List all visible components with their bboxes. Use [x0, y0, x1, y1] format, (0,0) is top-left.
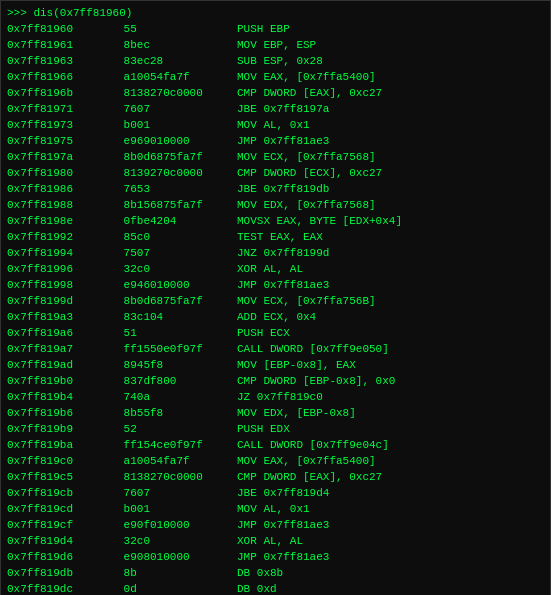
bytes: 8139270c0000	[117, 165, 237, 181]
mnemonic: CALL DWORD [0x7ff9e04c]	[237, 437, 389, 453]
address: 0x7ff819a7	[7, 341, 117, 357]
asm-line: 0x7ff819b6 8b55f8 MOV EDX, [EBP-0x8]	[7, 405, 544, 421]
mnemonic: CMP DWORD [EAX], 0xc27	[237, 469, 382, 485]
mnemonic: DB 0xd	[237, 581, 277, 595]
mnemonic: PUSH EBP	[237, 21, 290, 37]
address: 0x7ff8199d	[7, 293, 117, 309]
asm-line: 0x7ff81996 32c0 XOR AL, AL	[7, 261, 544, 277]
address: 0x7ff819c5	[7, 469, 117, 485]
address: 0x7ff819b4	[7, 389, 117, 405]
address: 0x7ff819dc	[7, 581, 117, 595]
address: 0x7ff819a6	[7, 325, 117, 341]
mnemonic: MOV EBP, ESP	[237, 37, 316, 53]
address: 0x7ff819d6	[7, 549, 117, 565]
asm-line: 0x7ff819cb 7607 JBE 0x7ff819d4	[7, 485, 544, 501]
asm-line: 0x7ff819a6 51 PUSH ECX	[7, 325, 544, 341]
asm-line: 0x7ff819cd b001 MOV AL, 0x1	[7, 501, 544, 517]
asm-line: 0x7ff8197a 8b0d6875fa7f MOV ECX, [0x7ffa…	[7, 149, 544, 165]
bytes: b001	[117, 117, 237, 133]
mnemonic: JBE 0x7ff819d4	[237, 485, 329, 501]
asm-line: 0x7ff819b9 52 PUSH EDX	[7, 421, 544, 437]
bytes: 51	[117, 325, 237, 341]
asm-line: 0x7ff819c0 a10054fa7f MOV EAX, [0x7ffa54…	[7, 453, 544, 469]
mnemonic: PUSH ECX	[237, 325, 290, 341]
bytes: 0d	[117, 581, 237, 595]
mnemonic: CMP DWORD [ECX], 0xc27	[237, 165, 382, 181]
asm-line: 0x7ff819a7 ff1550e0f97f CALL DWORD [0x7f…	[7, 341, 544, 357]
address: 0x7ff81998	[7, 277, 117, 293]
mnemonic: JMP 0x7ff81ae3	[237, 133, 329, 149]
mnemonic: CMP DWORD [EAX], 0xc27	[237, 85, 382, 101]
asm-line: 0x7ff819dc 0d DB 0xd	[7, 581, 544, 595]
address: 0x7ff81973	[7, 117, 117, 133]
bytes: 837df800	[117, 373, 237, 389]
mnemonic: MOV EAX, [0x7ffa5400]	[237, 453, 376, 469]
address: 0x7ff819d4	[7, 533, 117, 549]
address: 0x7ff8198e	[7, 213, 117, 229]
asm-line: 0x7ff8196b 8138270c0000 CMP DWORD [EAX],…	[7, 85, 544, 101]
mnemonic: MOV ECX, [0x7ffa756B]	[237, 293, 376, 309]
address: 0x7ff81980	[7, 165, 117, 181]
mnemonic: MOV AL, 0x1	[237, 117, 310, 133]
asm-line: 0x7ff81961 8bec MOV EBP, ESP	[7, 37, 544, 53]
asm-line: 0x7ff81971 7607 JBE 0x7ff8197a	[7, 101, 544, 117]
address: 0x7ff819cf	[7, 517, 117, 533]
mnemonic: JZ 0x7ff819c0	[237, 389, 323, 405]
mnemonic: CALL DWORD [0x7ff9e050]	[237, 341, 389, 357]
asm-line: 0x7ff81998 e946010000 JMP 0x7ff81ae3	[7, 277, 544, 293]
asm-line: 0x7ff8198e 0fbe4204 MOVSX EAX, BYTE [EDX…	[7, 213, 544, 229]
command-line: >>> dis(0x7ff81960)	[7, 5, 544, 21]
mnemonic: MOV AL, 0x1	[237, 501, 310, 517]
address: 0x7ff819b9	[7, 421, 117, 437]
address: 0x7ff819ad	[7, 357, 117, 373]
bytes: a10054fa7f	[117, 453, 237, 469]
address: 0x7ff81966	[7, 69, 117, 85]
mnemonic: JMP 0x7ff81ae3	[237, 517, 329, 533]
bytes: ff154ce0f97f	[117, 437, 237, 453]
address: 0x7ff81996	[7, 261, 117, 277]
address: 0x7ff8197a	[7, 149, 117, 165]
address: 0x7ff81988	[7, 197, 117, 213]
bytes: e969010000	[117, 133, 237, 149]
asm-line: 0x7ff819ad 8945f8 MOV [EBP-0x8], EAX	[7, 357, 544, 373]
asm-line: 0x7ff819d6 e908010000 JMP 0x7ff81ae3	[7, 549, 544, 565]
mnemonic: MOV EDX, [EBP-0x8]	[237, 405, 356, 421]
asm-line: 0x7ff81966 a10054fa7f MOV EAX, [0x7ffa54…	[7, 69, 544, 85]
disassembly-output: 0x7ff81960 55 PUSH EBP0x7ff81961 8bec MO…	[7, 21, 544, 595]
address: 0x7ff81975	[7, 133, 117, 149]
asm-line: 0x7ff81992 85c0 TEST EAX, EAX	[7, 229, 544, 245]
asm-line: 0x7ff819c5 8138270c0000 CMP DWORD [EAX],…	[7, 469, 544, 485]
mnemonic: XOR AL, AL	[237, 261, 303, 277]
bytes: 8b0d6875fa7f	[117, 149, 237, 165]
address: 0x7ff8196b	[7, 85, 117, 101]
bytes: 32c0	[117, 533, 237, 549]
asm-line: 0x7ff81963 83ec28 SUB ESP, 0x28	[7, 53, 544, 69]
bytes: 8b55f8	[117, 405, 237, 421]
asm-line: 0x7ff819d4 32c0 XOR AL, AL	[7, 533, 544, 549]
bytes: 740a	[117, 389, 237, 405]
asm-line: 0x7ff819b0 837df800 CMP DWORD [EBP-0x8],…	[7, 373, 544, 389]
bytes: 0fbe4204	[117, 213, 237, 229]
address: 0x7ff819b6	[7, 405, 117, 421]
asm-line: 0x7ff819b4 740a JZ 0x7ff819c0	[7, 389, 544, 405]
prompt: >>> dis(0x7ff81960)	[7, 5, 132, 21]
bytes: 52	[117, 421, 237, 437]
address: 0x7ff819ba	[7, 437, 117, 453]
address: 0x7ff81960	[7, 21, 117, 37]
bytes: a10054fa7f	[117, 69, 237, 85]
address: 0x7ff81961	[7, 37, 117, 53]
bytes: ff1550e0f97f	[117, 341, 237, 357]
asm-line: 0x7ff81980 8139270c0000 CMP DWORD [ECX],…	[7, 165, 544, 181]
bytes: 83c104	[117, 309, 237, 325]
mnemonic: JBE 0x7ff819db	[237, 181, 329, 197]
address: 0x7ff819cb	[7, 485, 117, 501]
bytes: 83ec28	[117, 53, 237, 69]
mnemonic: ADD ECX, 0x4	[237, 309, 316, 325]
address: 0x7ff81986	[7, 181, 117, 197]
asm-line: 0x7ff81994 7507 JNZ 0x7ff8199d	[7, 245, 544, 261]
bytes: 85c0	[117, 229, 237, 245]
mnemonic: JNZ 0x7ff8199d	[237, 245, 329, 261]
bytes: 7607	[117, 485, 237, 501]
asm-line: 0x7ff81986 7653 JBE 0x7ff819db	[7, 181, 544, 197]
bytes: 7607	[117, 101, 237, 117]
